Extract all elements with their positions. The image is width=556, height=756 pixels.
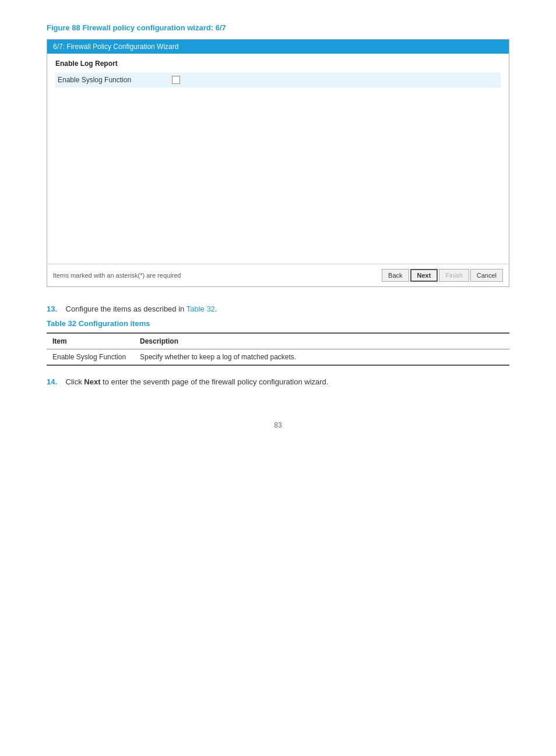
table-header-row: Item Description: [47, 333, 509, 349]
wizard-body: Enable Log Report Enable Syslog Function: [47, 54, 509, 264]
syslog-checkbox[interactable]: [172, 76, 180, 84]
step-13: 13. Configure the items as described in …: [47, 304, 509, 313]
step-13-text: Configure the items as described in: [66, 304, 186, 313]
next-button[interactable]: Next: [410, 269, 438, 282]
footer-required-text: Items marked with an asterisk(*) are req…: [53, 272, 181, 279]
step-13-text-end: .: [215, 304, 217, 313]
wizard-buttons: Back Next Finish Cancel: [382, 269, 503, 282]
table-row: Enable Syslog FunctionSpecify whether to…: [47, 349, 509, 366]
wizard-titlebar: 6/7: Firewall Policy Configuration Wizar…: [47, 40, 509, 54]
table-title: Table 32 Configuration items: [47, 319, 509, 328]
wizard-container: 6/7: Firewall Policy Configuration Wizar…: [47, 39, 509, 287]
page-number: 83: [47, 421, 509, 429]
wizard-footer: Items marked with an asterisk(*) are req…: [47, 264, 509, 286]
step-13-number: 13.: [47, 304, 57, 313]
config-table: Item Description Enable Syslog FunctionS…: [47, 332, 509, 366]
step-14-bold: Next: [84, 377, 100, 386]
step-14-number: 14.: [47, 377, 57, 386]
table-32-link[interactable]: Table 32: [186, 304, 215, 313]
col-description-header: Description: [134, 333, 509, 349]
step-14-text-end: to enter the seventh page of the firewal…: [101, 377, 329, 386]
table-cell-description: Specify whether to keep a log of matched…: [134, 349, 509, 366]
table-cell-item: Enable Syslog Function: [47, 349, 134, 366]
step-14-text: Click: [66, 377, 85, 386]
step-14: 14. Click Next to enter the seventh page…: [47, 377, 509, 386]
back-button[interactable]: Back: [382, 269, 409, 282]
wizard-section-title: Enable Log Report: [55, 60, 501, 68]
wizard-row: Enable Syslog Function: [55, 72, 501, 88]
col-item-header: Item: [47, 333, 134, 349]
wizard-titlebar-text: 6/7: Firewall Policy Configuration Wizar…: [53, 43, 178, 51]
finish-button: Finish: [439, 269, 469, 282]
wizard-row-label: Enable Syslog Function: [55, 76, 172, 84]
cancel-button[interactable]: Cancel: [470, 269, 503, 282]
figure-title: Figure 88 Firewall policy configuration …: [47, 23, 509, 32]
